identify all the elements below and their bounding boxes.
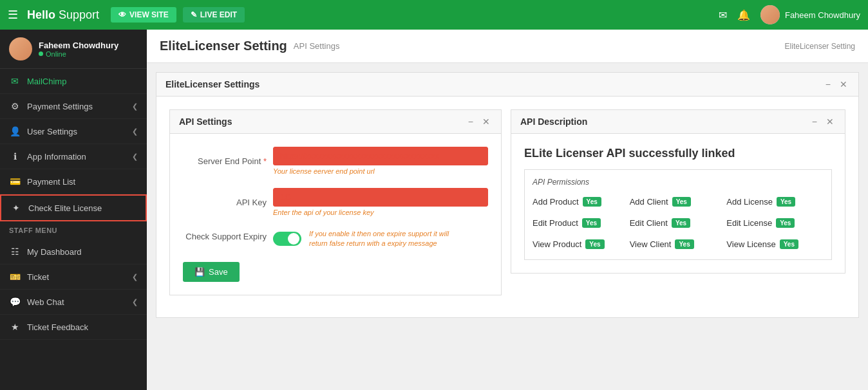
api-desc-close-button[interactable]: ✕	[824, 116, 836, 127]
minimize-button[interactable]: −	[824, 79, 833, 89]
check-support-row: Check Support Expiry If you enable it th…	[183, 229, 488, 249]
perm-badge: Yes	[675, 239, 693, 249]
page-header: EliteLicenser Setting API Settings Elite…	[147, 30, 868, 63]
api-panel-controls: − ✕	[466, 116, 492, 127]
settings-panel: EliteLicenser Settings − ✕ API Settings	[156, 72, 859, 318]
user-menu[interactable]: Faheem Chowdhury	[760, 5, 860, 24]
perm-edit-client: Edit Client Yes	[630, 216, 727, 230]
perm-badge: Yes	[672, 197, 691, 207]
topbar-right: ✉ 🔔 Faheem Chowdhury	[719, 5, 860, 24]
perm-badge: Yes	[583, 197, 601, 207]
perm-edit-product: Edit Product Yes	[533, 216, 630, 230]
sidebar-item-payment-settings[interactable]: ⚙ Payment Settings ❮	[0, 94, 147, 119]
sidebar-item-label: Payment Settings	[27, 102, 126, 111]
hamburger-icon[interactable]: ☰	[8, 8, 18, 22]
perm-name: View Client	[630, 239, 672, 249]
sidebar-item-user-settings[interactable]: 👤 User Settings ❮	[0, 119, 147, 144]
api-description-panel-title: API Description	[520, 116, 587, 127]
api-minimize-button[interactable]: −	[466, 116, 475, 127]
sidebar-item-payment-list[interactable]: 💳 Payment List	[0, 169, 147, 194]
chevron-left-icon: ❮	[132, 298, 138, 306]
api-desc-controls: − ✕	[810, 116, 836, 127]
api-settings-body: Server End Point * Your license eerver e…	[170, 134, 501, 295]
server-end-point-label: Server End Point *	[183, 156, 267, 166]
api-settings-col: API Settings − ✕	[169, 109, 502, 304]
perm-badge: Yes	[672, 218, 690, 228]
view-site-button[interactable]: 👁 VIEW SITE	[111, 7, 176, 23]
save-button[interactable]: 💾 Save	[183, 262, 240, 282]
sidebar-item-label: Payment List	[27, 177, 138, 187]
star-icon: ★	[9, 322, 21, 332]
close-button[interactable]: ✕	[838, 79, 849, 89]
api-description-body: ELite Licenser API successfully linked A…	[511, 134, 845, 273]
bell-icon[interactable]: 🔔	[737, 9, 750, 21]
eye-icon: 👁	[118, 10, 126, 19]
perm-name: Edit Client	[630, 218, 668, 228]
perm-name: Edit License	[726, 218, 772, 228]
server-end-point-wrap: Your license eerver end point url	[273, 147, 488, 175]
sidebar-item-label: Ticket	[27, 272, 126, 282]
sidebar-item-my-dashboard[interactable]: ☷ My Dashboard	[0, 239, 147, 265]
settings-panel-body: API Settings − ✕	[156, 97, 858, 317]
permissions-table: API Permissions Add Product Yes	[524, 169, 832, 260]
perm-badge: Yes	[776, 218, 795, 228]
perm-add-client: Add Client Yes	[630, 194, 727, 209]
perm-name: Edit Product	[533, 218, 578, 228]
server-end-point-row: Server End Point * Your license eerver e…	[183, 147, 488, 175]
user-name: Faheem Chowdhury	[785, 10, 860, 20]
server-end-point-hint: Your license eerver end point url	[273, 167, 488, 175]
topbar: ☰ Hello Support 👁 VIEW SITE ✎ LIVE EDIT …	[0, 0, 868, 30]
chevron-left-icon: ❮	[132, 127, 138, 136]
api-key-input[interactable]	[273, 188, 488, 207]
api-desc-minimize-button[interactable]: −	[810, 116, 819, 127]
settings-panel-header: EliteLicenser Settings − ✕	[156, 73, 858, 97]
sidebar-item-web-chat[interactable]: 💬 Web Chat ❮	[0, 290, 147, 315]
logo: Hello Support	[27, 8, 99, 22]
sidebar-item-label: My Dashboard	[27, 247, 138, 257]
live-edit-button[interactable]: ✎ LIVE EDIT	[183, 7, 245, 23]
sidebar-nav: ✉ MailChimp ⚙ Payment Settings ❮ 👤 User …	[0, 69, 147, 390]
perm-edit-license: Edit License Yes	[726, 216, 824, 230]
perm-view-client: View Client Yes	[630, 237, 727, 252]
api-close-button[interactable]: ✕	[480, 116, 492, 127]
card-icon: 💳	[9, 176, 21, 187]
api-description-panel-header: API Description − ✕	[511, 110, 845, 134]
chevron-left-icon: ❮	[132, 273, 138, 281]
perm-add-product: Add Product Yes	[533, 194, 630, 209]
settings-icon: ⚙	[9, 101, 21, 111]
perm-badge: Yes	[585, 239, 604, 249]
check-support-label: Check Support Expiry	[183, 229, 267, 241]
sidebar-item-label: Web Chat	[27, 297, 126, 307]
api-key-wrap: Enter the api of your license key	[273, 188, 488, 216]
mail-icon[interactable]: ✉	[719, 9, 727, 21]
mailchimp-icon: ✉	[9, 76, 21, 86]
sidebar-avatar	[9, 37, 32, 60]
api-description-col: API Description − ✕ ELite Licenser API s…	[511, 109, 845, 304]
diamond-icon: ✦	[10, 203, 22, 213]
content-area: EliteLicenser Settings − ✕ API Settings	[147, 63, 868, 336]
perm-name: Add License	[726, 197, 773, 207]
perm-view-license: View License Yes	[726, 237, 824, 252]
sidebar-item-mailchimp[interactable]: ✉ MailChimp	[0, 69, 147, 94]
sidebar-item-label: User Settings	[27, 127, 126, 136]
api-key-hint: Enter the api of your license key	[273, 209, 488, 216]
server-end-point-input[interactable]	[273, 147, 488, 165]
api-settings-panel: API Settings − ✕	[169, 109, 502, 295]
page-header-left: EliteLicenser Setting API Settings	[160, 39, 339, 53]
sidebar-item-ticket-feedback[interactable]: ★ Ticket Feedback	[0, 315, 147, 340]
perm-name: Add Client	[630, 197, 668, 207]
sidebar-item-ticket[interactable]: 🎫 Ticket ❮	[0, 265, 147, 290]
avatar	[760, 5, 780, 24]
sidebar-item-app-information[interactable]: ℹ App Information ❮	[0, 144, 147, 169]
sidebar-item-label: Check Elite License	[28, 203, 137, 213]
support-expiry-toggle[interactable]	[273, 232, 301, 246]
toggle-control: If you enable it then one expire support…	[273, 229, 451, 249]
perm-badge: Yes	[780, 239, 798, 249]
api-settings-panel-header: API Settings − ✕	[170, 110, 501, 134]
sidebar-item-check-elite-license[interactable]: ✦ Check Elite License ➤	[0, 194, 147, 221]
page-subtitle: API Settings	[294, 41, 340, 51]
perm-name: Add Product	[533, 197, 579, 207]
page-title: EliteLicenser Setting	[160, 39, 287, 53]
save-section: 💾 Save	[183, 262, 488, 282]
user-icon: 👤	[9, 126, 21, 136]
